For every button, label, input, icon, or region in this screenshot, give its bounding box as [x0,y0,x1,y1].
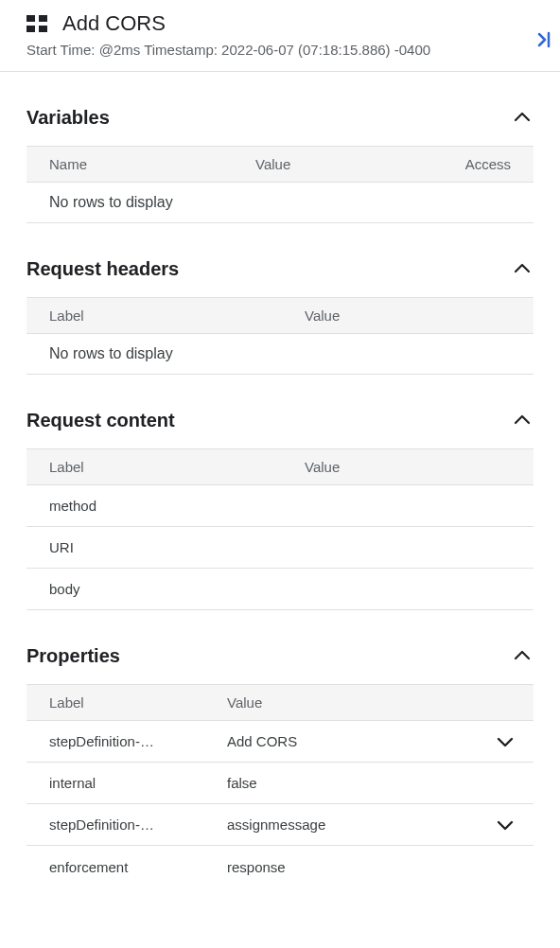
col-access: Access [443,156,534,172]
col-name: Name [26,156,233,172]
page-title: Add CORS [62,11,166,36]
section-request-content: Request content Label Value method URI b… [26,409,534,610]
cell-label: enforcement [26,850,204,885]
cell-value: false [204,765,488,800]
request-headers-table-header: Label Value [26,297,534,334]
table-row: body [26,569,534,610]
chevron-up-icon [511,106,534,129]
panel-header: Add CORS Start Time: @2ms Timestamp: 202… [0,0,560,72]
col-label: Label [26,307,282,324]
col-label: Label [26,694,204,711]
section-header-variables[interactable]: Variables [26,106,534,129]
col-value: Value [282,307,534,324]
cell-label: URI [26,530,282,565]
section-title: Request headers [26,258,179,280]
cell-label: method [26,488,282,523]
section-header-request-content[interactable]: Request content [26,409,534,431]
chevron-down-icon[interactable] [488,732,534,751]
cell-value [282,497,534,516]
section-header-properties[interactable]: Properties [26,644,534,667]
cell-value [282,580,534,599]
variables-empty: No rows to display [26,183,534,223]
section-title: Request content [26,410,175,431]
section-title: Properties [26,645,120,667]
cell-label: internal [26,765,204,800]
svg-rect-0 [26,15,35,22]
section-header-request-headers[interactable]: Request headers [26,257,534,280]
request-headers-empty: No rows to display [26,334,534,375]
app-grid-icon [26,15,49,32]
col-value: Value [282,459,534,475]
cell-label: stepDefinition-… [26,724,204,759]
section-variables: Variables Name Value Access No rows to d… [26,106,534,223]
table-row[interactable]: stepDefinition-… assignmessage [26,804,534,846]
collapse-panel-icon[interactable] [535,30,554,53]
table-row: enforcement response [26,846,534,887]
table-row: internal false [26,763,534,804]
request-content-table-header: Label Value [26,448,534,485]
properties-table-header: Label Value [26,684,534,721]
chevron-up-icon [511,409,534,431]
variables-table-header: Name Value Access [26,146,534,183]
table-row[interactable]: stepDefinition-… Add CORS [26,721,534,763]
cell-label: body [26,571,282,606]
cell-label: stepDefinition-… [26,807,204,842]
header-subtitle: Start Time: @2ms Timestamp: 2022-06-07 (… [26,42,534,58]
svg-rect-1 [39,15,47,22]
cell-value: assignmessage [204,807,488,842]
section-request-headers: Request headers Label Value No rows to d… [26,257,534,375]
svg-rect-2 [26,26,35,32]
col-value: Value [204,694,488,711]
cell-value [282,538,534,557]
chevron-up-icon [511,644,534,667]
cell-value: response [204,850,488,885]
col-label: Label [26,459,282,475]
section-title: Variables [26,107,110,129]
table-row: URI [26,527,534,569]
chevron-down-icon[interactable] [488,816,534,834]
section-properties: Properties Label Value stepDefinition-… … [26,644,534,887]
chevron-up-icon [511,257,534,280]
svg-rect-3 [39,26,47,32]
cell-value: Add CORS [204,724,488,759]
col-value: Value [233,156,443,172]
table-row: method [26,485,534,527]
